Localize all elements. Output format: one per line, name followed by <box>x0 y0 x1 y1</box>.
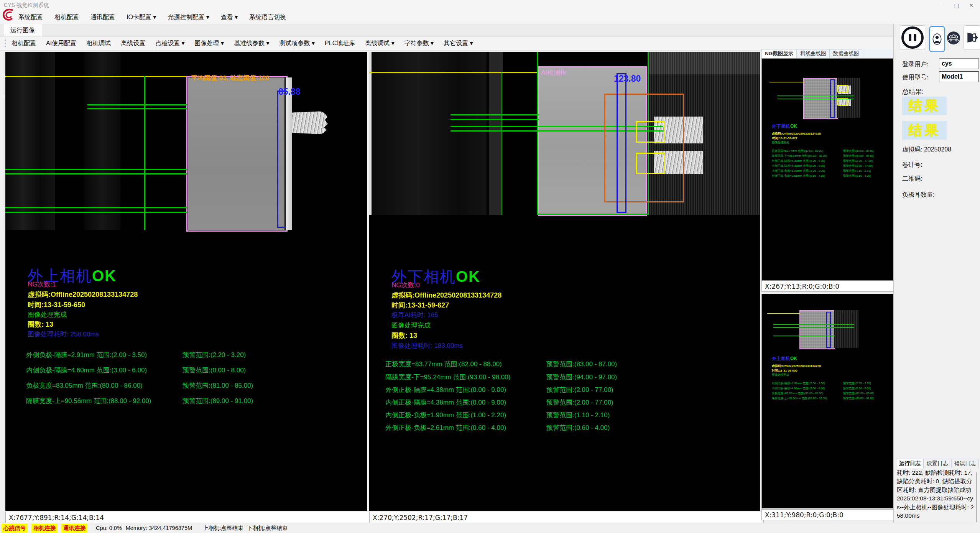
thumb-mwarn: 预警范围:(89.00 - 91.00) <box>843 396 874 400</box>
measurement-warn: 预警范围:(81.00 - 85.00) <box>183 381 253 390</box>
process-done: 图像处理完成 <box>391 321 431 330</box>
left-camera-coords: X:7677;Y:891;R:14;G:14;B:14 <box>5 512 371 523</box>
close-button[interactable]: ✕ <box>964 0 978 11</box>
minimize-button[interactable]: — <box>935 0 949 11</box>
measurement-warn: 预警范围:(2.20 - 3.20) <box>183 350 246 359</box>
status-bar: 心跳信号 相机连接 通讯连接 Cpu: 0.0% Memory: 3424.41… <box>0 523 980 533</box>
result-block-1: 结果 <box>902 97 947 115</box>
user-button[interactable] <box>929 26 945 52</box>
qr-code-label: 二维码: <box>902 175 922 183</box>
virtual-code: 虚拟码:Offline20250208133134728 <box>28 290 138 299</box>
measurement-row: 负极宽度=83.05mm 范围:(80.00 - 86.00) <box>26 381 143 390</box>
tab-row: 运行图像 <box>0 24 980 37</box>
measurement-warn: 预警范围:(2.00 - 77.00) <box>546 398 613 407</box>
process-cost: 图像处理耗时: 183.00ms <box>391 341 463 350</box>
thumb-mrow: 外侧正极-负极=2.61mm 范围:(0.60 - 4.00) <box>772 174 825 178</box>
tool-offline-debug[interactable]: 离线调试 ▾ <box>365 39 394 48</box>
tool-camera-config[interactable]: 相机配置 <box>12 39 36 48</box>
run-log-text: 耗时: 222, 缺陷检测耗时: 17, 缺陷分类耗时: 0, 缺陷提取分区耗时… <box>897 469 974 520</box>
menu-light-config[interactable]: 光源控制配置 ▾ <box>168 13 209 21</box>
users-button[interactable] <box>947 27 960 49</box>
app-logo-icon <box>2 8 16 22</box>
thumb-camera-title: 外下相机OK <box>772 123 797 130</box>
maximize-button[interactable]: ▢ <box>949 0 964 11</box>
camera-result-ok: OK <box>456 268 480 285</box>
measurement-warn: 预警范围:(2.00 - 77.00) <box>546 385 613 394</box>
ng-thumbnail-1[interactable]: 外下相机OK 虚拟码:Offline20250208133134728 时间:1… <box>761 58 893 281</box>
tool-baseline-params[interactable]: 基准线参数 ▾ <box>234 39 269 48</box>
thumb-mwarn: 预警范围:(2.20 - 3.20) <box>843 382 871 385</box>
tab-ng-screenshot[interactable]: NG截图显示 <box>761 49 797 58</box>
tool-testitem-params[interactable]: 测试项参数 ▾ <box>280 39 315 48</box>
tab-data-curve[interactable]: 数据曲线图 <box>830 49 863 58</box>
tool-char-params[interactable]: 字符参数 ▾ <box>404 39 434 48</box>
measurement-row: 隔膜宽度-上=90.56mm 范围:(88.00 - 92.00) <box>26 396 151 405</box>
app-window: CYS-视觉检测系统 — ▢ ✕ 系统配置 相机配置 通讯配置 IO卡配置 ▾ … <box>0 0 980 533</box>
tool-image-process[interactable]: 图像处理 ▾ <box>195 39 224 48</box>
menu-comm-config[interactable]: 通讯配置 <box>90 13 115 21</box>
thumbnail-2-coords: X:311;Y:980;R:0;G:0;B:0 <box>761 509 896 520</box>
coords-text: X:270;Y:2502;R:17;G:17;B:17 <box>373 514 468 521</box>
thumb-mwarn: 预警范围:(94.00 - 97.00) <box>843 154 874 158</box>
tab-run-log[interactable]: 运行日志 <box>896 459 924 468</box>
thumb-mrow: 正极宽度=83.77mm 范围:(82.00 - 88.00) <box>772 149 823 153</box>
thumb-mrow: 隔膜宽度-下=95.24mm 范围:(93.00 - 98.00) <box>772 154 827 158</box>
tool-camera-debug[interactable]: 相机调试 <box>86 39 111 48</box>
thumb-mwarn: 预警范围:(0.00 - 8.00) <box>843 387 871 390</box>
thumb-mrow: 隔膜宽度-上=90.56mm 范围:(88.00 - 92.00) <box>772 396 827 400</box>
tool-spotcheck-setting[interactable]: 点检设置 ▾ <box>155 39 184 48</box>
measure-value-overlay: 123.80 <box>614 74 641 84</box>
tab-error-log[interactable]: 错误日志 <box>951 459 979 468</box>
log-scrollbar[interactable] <box>976 472 977 522</box>
measurement-row: 外侧正极-隔膜=4.38mm 范围:(0.00 - 9.00) <box>385 385 506 394</box>
tool-ai-use-config[interactable]: AI使用配置 <box>46 39 76 48</box>
right-camera-view[interactable]: AI检测框 123.80 外下相机OK NG次数:0 虚拟码:Offline20… <box>369 52 760 511</box>
result-block-2: 结果 <box>902 121 947 140</box>
thumb-mwarn: 预警范围:(81.00 - 85.00) <box>843 392 874 395</box>
ai-frame <box>186 76 288 232</box>
menu-camera-config[interactable]: 相机配置 <box>54 13 79 21</box>
thumb-done: 图像处理完成 <box>772 373 789 377</box>
thumb-mwarn: 预警范围:(83.00 - 87.00) <box>843 149 874 153</box>
virtual-code: 虚拟码:Offline20250208133134728 <box>391 291 502 300</box>
tab-run-image[interactable]: 运行图像 <box>3 24 42 36</box>
ng-count: NG次数:1 <box>28 280 56 289</box>
comm-connect-badge: 通讯连接 <box>61 524 87 533</box>
exit-button[interactable] <box>964 25 980 50</box>
pause-button[interactable] <box>900 25 925 50</box>
process-done: 图像处理完成 <box>28 310 67 319</box>
user-icon <box>932 33 942 46</box>
model-input[interactable] <box>939 71 979 82</box>
tool-plc-address[interactable]: PLC地址库 <box>325 39 355 48</box>
tab-line-curve[interactable]: 料线曲线图 <box>797 49 830 58</box>
users-group-icon <box>947 31 960 45</box>
thumbnail-1-coords: X:267;Y:13;R:0;G:0;B:0 <box>761 281 896 292</box>
left-camera-view[interactable]: 平均阈值:93, 动态阈值:100 85.88 外上相机OK NG次数:1 虚拟… <box>5 52 367 511</box>
menu-view[interactable]: 查看 ▾ <box>221 13 238 21</box>
thumb-mwarn: 预警范围:(2.00 - 77.00) <box>843 164 873 168</box>
tab-box-2 <box>636 153 665 174</box>
tab-setting-log[interactable]: 设置日志 <box>924 459 951 468</box>
coords-text: X:267;Y:13;R:0;G:0;B:0 <box>765 283 839 290</box>
virtual-code-line: 虚拟码: 20250208 <box>902 146 951 154</box>
process-cost: 图像处理耗时: 258.00ms <box>28 330 99 339</box>
measurement-row: 内侧正极-负极=1.90mm 范围:(1.00 - 2.20) <box>385 411 506 419</box>
thumb-mrow: 外侧正极-隔膜=4.38mm 范围:(0.00 - 9.00) <box>772 159 825 163</box>
menu-system-config[interactable]: 系统配置 <box>18 13 43 21</box>
ng-count: NG次数:0 <box>391 281 420 290</box>
measurement-warn: 预警范围:(94.00 - 97.00) <box>546 373 617 382</box>
tool-offline-setting[interactable]: 离线设置 <box>121 39 145 48</box>
menu-io-card-config[interactable]: IO卡配置 ▾ <box>127 13 156 21</box>
coords-text: X:7677;Y:891;R:14;G:14;B:14 <box>9 514 104 521</box>
thumb-mrow: 外侧负极-隔膜=2.91mm 范围:(2.00 - 3.50) <box>772 382 825 385</box>
measurement-warn: 预警范围:(0.00 - 8.00) <box>183 366 246 375</box>
measurement-warn: 预警范围:(83.00 - 87.00) <box>546 360 617 368</box>
ng-thumbnail-2[interactable]: 外上相机OK 虚拟码:Offline20250208133134728 时间:1… <box>761 294 893 508</box>
pause-icon <box>901 26 924 49</box>
login-user-input[interactable] <box>939 58 979 69</box>
roll-number-label: 卷针号: <box>902 161 922 169</box>
tab-foil <box>292 111 328 134</box>
measurement-row: 外侧负极-隔膜=2.91mm 范围:(2.00 - 3.50) <box>26 350 147 359</box>
tool-other-settings[interactable]: 其它设置 ▾ <box>444 39 473 48</box>
menu-language-switch[interactable]: 系统语言切换 <box>249 13 286 21</box>
